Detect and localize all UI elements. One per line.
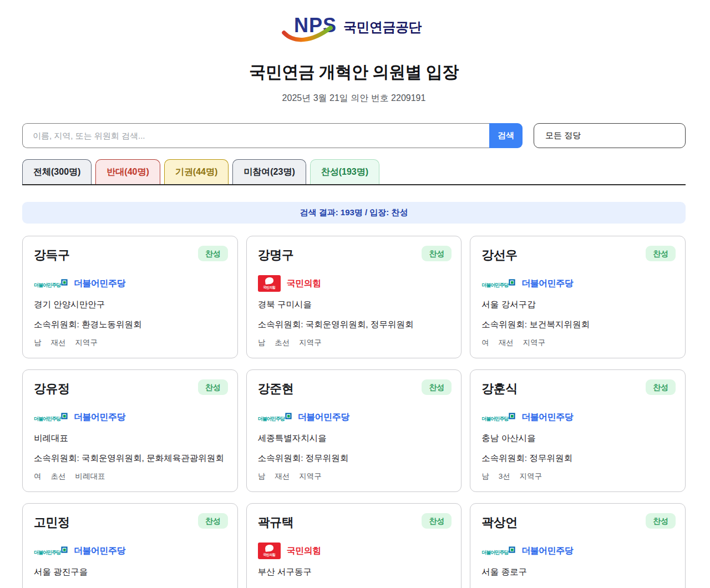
committee: 소속위원회: 정무위원회 [258, 452, 450, 465]
party-row: 더불어민주당 더불어민주당 더불어민주당 [481, 275, 674, 292]
district: 비례대표 [34, 433, 226, 444]
ppp-logo-text: 국민의힘 [263, 285, 275, 290]
democratic-party-logo-text: 더불어민주당 [34, 417, 60, 422]
democratic-party-logo-text: 더불어민주당 [481, 417, 508, 422]
district: 서울 광진구을 [34, 566, 226, 578]
search-group: 검색 [22, 123, 523, 148]
committee: 소속위원회: 법제사법위원회, 순직 해병 수사 방해 및 사건 은폐 등의 진… [258, 585, 450, 588]
tab-absent[interactable]: 미참여(23명) [232, 159, 306, 184]
header-logo: NPS 국민연금공단 [22, 16, 686, 39]
party-filter-select[interactable]: 모든 정당 [534, 123, 686, 148]
nps-logo: NPS [286, 16, 338, 39]
nps-swoosh-icon [282, 26, 333, 42]
democratic-party-logo-icon: 더불어민주당 [481, 279, 515, 288]
meta-term: 재선 [275, 472, 290, 481]
meta-term: 3선 [499, 472, 510, 481]
democratic-party-symbol-icon [285, 413, 292, 419]
member-card: 강유정 찬성 더불어민주당 더불어민주당 더불어민주당 비례대표 소속위원회: … [22, 369, 238, 492]
party-name: 더불어민주당 [298, 412, 349, 423]
search-button[interactable]: 검색 [489, 123, 523, 148]
member-card: 곽상언 찬성 더불어민주당 더불어민주당 더불어민주당 서울 종로구 소속위원회… [470, 503, 686, 588]
party-name: 더불어민주당 [521, 412, 573, 423]
party-row: 국민의힘 국민의힘 국민의힘 [258, 275, 450, 292]
democratic-party-symbol-icon [61, 413, 68, 419]
party-row: 더불어민주당 더불어민주당 더불어민주당 [34, 543, 226, 559]
meta-term: 초선 [275, 338, 290, 348]
meta-type: 지역구 [523, 338, 546, 348]
party-row: 더불어민주당 더불어민주당 더불어민주당 [481, 409, 674, 425]
meta-type: 비례대표 [75, 472, 105, 481]
meta-row: 남 재선 지역구 [34, 338, 226, 348]
meta-gender: 남 [481, 472, 489, 481]
district: 경북 구미시을 [258, 299, 450, 311]
tab-abstain[interactable]: 기권(44명) [164, 159, 229, 184]
party-row: 국민의힘 국민의힘 국민의힘 [258, 543, 450, 559]
meta-type: 지역구 [299, 338, 322, 348]
committee: 소속위원회: 산업통상자원중소벤처기업위원회 [481, 585, 674, 588]
stance-badge: 찬성 [646, 513, 676, 529]
meta-type: 지역구 [75, 338, 98, 348]
meta-gender: 남 [258, 338, 266, 348]
ppp-symbol-icon [265, 544, 273, 552]
member-name: 강선우 [481, 247, 674, 263]
democratic-party-symbol-icon [509, 546, 515, 553]
member-name: 고민정 [34, 514, 226, 531]
party-row: 더불어민주당 더불어민주당 더불어민주당 [258, 409, 450, 425]
ppp-party-logo-icon: 국민의힘 [258, 543, 281, 559]
member-name: 강명구 [258, 247, 450, 263]
result-banner: 검색 결과: 193명 / 입장: 찬성 [22, 202, 686, 224]
stance-badge: 찬성 [422, 246, 452, 261]
party-name: 더불어민주당 [521, 278, 573, 290]
org-name: 국민연금공단 [343, 18, 422, 36]
search-row: 검색 모든 정당 [22, 123, 686, 148]
tab-all[interactable]: 전체(300명) [22, 159, 92, 184]
member-name: 강득구 [34, 247, 226, 263]
committee: 소속위원회: 교육위원회, 국회운영위원회 [34, 585, 226, 588]
democratic-party-logo-text: 더불어민주당 [481, 283, 508, 288]
democratic-party-logo-text: 더불어민주당 [258, 417, 285, 422]
meta-gender: 여 [481, 338, 489, 348]
democratic-party-logo-text: 더불어민주당 [34, 550, 60, 555]
committee: 소속위원회: 정무위원회 [481, 452, 674, 465]
district: 세종특별자치시을 [258, 433, 450, 444]
democratic-party-logo-icon: 더불어민주당 [34, 546, 68, 555]
democratic-party-symbol-icon [509, 413, 515, 419]
party-row: 더불어민주당 더불어민주당 더불어민주당 [34, 409, 226, 425]
stance-badge: 찬성 [198, 513, 228, 529]
stance-filter-tabs: 전체(300명) 반대(40명) 기권(44명) 미참여(23명) 찬성(193… [22, 159, 686, 185]
committee: 소속위원회: 국회운영위원회, 문화체육관광위원회 [34, 452, 226, 465]
meta-row: 남 재선 지역구 [258, 472, 450, 481]
democratic-party-logo-icon: 더불어민주당 [481, 546, 515, 555]
stance-badge: 찬성 [646, 246, 676, 261]
democratic-party-symbol-icon [61, 546, 68, 553]
tab-approve[interactable]: 찬성(193명) [310, 159, 379, 184]
stance-badge: 찬성 [198, 379, 228, 395]
tab-oppose[interactable]: 반대(40명) [95, 159, 160, 184]
district: 부산 서구동구 [258, 566, 450, 578]
democratic-party-logo-icon: 더불어민주당 [34, 279, 68, 288]
member-name: 강훈식 [481, 381, 674, 397]
party-name: 국민의힘 [287, 545, 321, 557]
committee: 소속위원회: 국회운영위원회, 정무위원회 [258, 318, 450, 331]
cards-grid: 강득구 찬성 더불어민주당 더불어민주당 더불어민주당 경기 안양시만안구 소속… [22, 236, 686, 588]
party-name: 더불어민주당 [521, 545, 573, 557]
member-name: 강준현 [258, 381, 450, 397]
party-name: 더불어민주당 [74, 412, 125, 423]
stance-badge: 찬성 [422, 513, 452, 529]
stance-badge: 찬성 [422, 379, 452, 395]
member-card: 곽규택 찬성 국민의힘 국민의힘 국민의힘 부산 서구동구 소속위원회: 법제사… [246, 503, 462, 588]
meta-term: 초선 [51, 472, 66, 481]
committee: 소속위원회: 보건복지위원회 [481, 318, 674, 331]
ppp-symbol-icon [265, 277, 273, 285]
page-subtitle: 2025년 3월 21일 의안 번호 2209191 [22, 93, 686, 104]
member-card: 강준현 찬성 더불어민주당 더불어민주당 더불어민주당 세종특별자치시을 소속위… [246, 369, 462, 492]
meta-row: 여 재선 지역구 [481, 338, 674, 348]
meta-row: 남 3선 지역구 [481, 472, 674, 481]
member-card: 강득구 찬성 더불어민주당 더불어민주당 더불어민주당 경기 안양시만안구 소속… [22, 236, 238, 358]
search-input[interactable] [22, 123, 489, 148]
democratic-party-logo-icon: 더불어민주당 [481, 413, 515, 422]
member-name: 곽상언 [481, 514, 674, 531]
committee: 소속위원회: 환경노동위원회 [34, 318, 226, 331]
meta-gender: 여 [34, 472, 42, 481]
party-row: 더불어민주당 더불어민주당 더불어민주당 [34, 275, 226, 292]
